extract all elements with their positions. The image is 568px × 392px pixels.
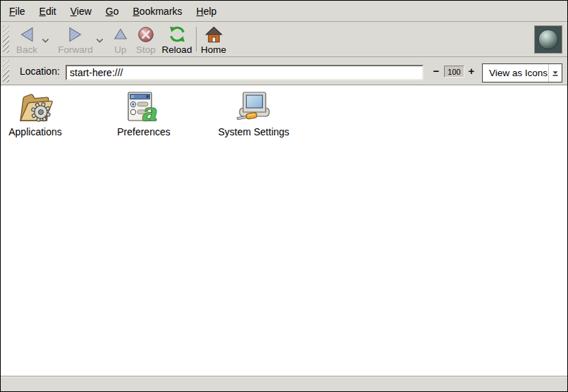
reload-button[interactable]: Reload	[159, 25, 195, 55]
file-manager-window: File Edit View Go Bookmarks Help Back Fo…	[0, 0, 568, 392]
menu-bar: File Edit View Go Bookmarks Help	[1, 1, 567, 22]
menu-go[interactable]: Go	[99, 2, 126, 20]
svg-text:a: a	[141, 98, 157, 123]
up-label: Up	[114, 44, 126, 55]
stop-button[interactable]: Stop	[132, 25, 159, 55]
reload-icon	[168, 25, 186, 43]
back-history-dropdown[interactable]	[42, 38, 49, 44]
preferences-dialog-icon: a	[126, 91, 161, 123]
forward-history-dropdown[interactable]	[96, 38, 104, 44]
forward-icon	[67, 25, 84, 43]
forward-button[interactable]: Forward	[55, 25, 96, 55]
reload-label: Reload	[162, 44, 192, 55]
menu-help[interactable]: Help	[190, 2, 224, 20]
up-button[interactable]: Up	[108, 25, 133, 55]
applications-folder-gear-icon	[16, 91, 54, 123]
view-mode-dropdown[interactable]: View as Icons	[482, 63, 562, 82]
throbber-globe-icon	[535, 26, 562, 53]
location-bar: Location: − 100 + View as Icons	[1, 57, 567, 85]
home-button[interactable]: Home	[199, 25, 228, 55]
view-mode-label: View as Icons	[483, 68, 548, 78]
menu-bookmarks[interactable]: Bookmarks	[126, 2, 190, 20]
throbber	[534, 25, 562, 54]
back-icon	[18, 25, 35, 43]
stop-label: Stop	[136, 44, 156, 55]
toolbar-separator	[196, 27, 197, 51]
location-input[interactable]	[66, 65, 424, 80]
zoom-out-button[interactable]: −	[431, 57, 442, 85]
system-settings-computer-icon	[234, 91, 273, 123]
toolbar-grip-handle[interactable]	[3, 25, 9, 53]
back-label: Back	[16, 44, 37, 55]
menu-view[interactable]: View	[63, 2, 99, 20]
location-label: Location:	[20, 57, 60, 85]
zoom-in-button[interactable]: +	[466, 57, 477, 85]
file-view: Applications a Preferences	[1, 85, 567, 376]
back-button[interactable]: Back	[11, 25, 43, 55]
stop-icon	[137, 25, 154, 43]
file-item-preferences[interactable]: a Preferences	[113, 91, 174, 137]
home-label: Home	[201, 44, 226, 55]
chevron-down-icon	[42, 38, 49, 44]
dropdown-indicator-icon	[548, 64, 562, 82]
status-bar	[1, 376, 567, 391]
menu-edit[interactable]: Edit	[32, 2, 63, 20]
location-bar-grip-handle[interactable]	[3, 60, 9, 82]
chevron-down-icon	[96, 38, 104, 44]
up-icon	[113, 25, 128, 43]
file-item-system-settings[interactable]: System Settings	[215, 91, 292, 137]
menu-file[interactable]: File	[2, 2, 32, 20]
file-item-applications[interactable]: Applications	[5, 91, 66, 137]
file-item-label: System Settings	[218, 126, 289, 137]
zoom-level-indicator: 100	[444, 66, 464, 78]
file-item-label: Applications	[8, 126, 62, 137]
toolbar: Back Forward Up	[1, 22, 567, 57]
file-item-label: Preferences	[117, 126, 170, 137]
home-icon	[205, 25, 223, 43]
forward-label: Forward	[58, 44, 93, 55]
